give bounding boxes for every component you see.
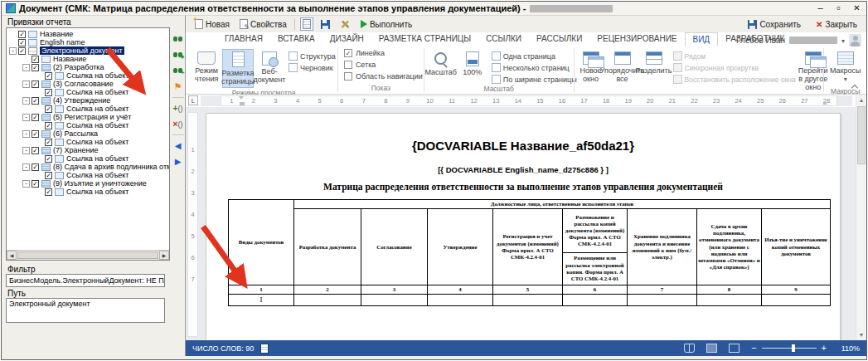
add-binding-icon[interactable] bbox=[172, 103, 184, 114]
tab-stop-selector[interactable]: L bbox=[188, 95, 198, 105]
table-header-cell[interactable]: Согласование bbox=[361, 209, 428, 285]
tree-checkbox[interactable] bbox=[32, 147, 39, 154]
split-button[interactable]: Разделить bbox=[638, 49, 670, 77]
empty-data-cell[interactable] bbox=[762, 295, 831, 306]
zoom-in-button[interactable]: + bbox=[822, 344, 827, 353]
empty-data-cell[interactable] bbox=[697, 295, 762, 306]
tree-checkbox[interactable] bbox=[32, 163, 39, 171]
right-indent-marker[interactable] bbox=[822, 97, 828, 105]
maximize-button[interactable] bbox=[833, 3, 844, 14]
zoom-slider[interactable] bbox=[762, 348, 817, 349]
ribbon-tab[interactable]: РЕЦЕНЗИРОВАНИЕ bbox=[589, 32, 684, 46]
tree-checkbox[interactable] bbox=[45, 72, 52, 80]
arrange-all-button[interactable]: Упорядочить все bbox=[607, 49, 638, 85]
tree-item[interactable]: (6) Рассылка bbox=[7, 129, 169, 138]
tree-expander-icon[interactable] bbox=[22, 114, 30, 121]
tree-item[interactable]: Ссылка на объект bbox=[7, 154, 169, 163]
table-header-cell[interactable]: Сдача в архив подлинника, отмененного до… bbox=[697, 209, 762, 285]
find-next-icon[interactable]: ➜ bbox=[172, 50, 184, 61]
table-header-cell[interactable]: Утверждение bbox=[428, 209, 493, 285]
tree-checkbox[interactable] bbox=[32, 80, 39, 88]
read-mode-view-icon[interactable] bbox=[684, 344, 695, 353]
tree-checkbox[interactable] bbox=[45, 155, 52, 163]
bindings-tree[interactable]: Название English name Электронный до bbox=[6, 27, 170, 261]
column-number-cell[interactable]: 2 bbox=[294, 285, 361, 295]
save-button[interactable]: Сохранить bbox=[745, 19, 803, 30]
remove-binding-icon[interactable] bbox=[172, 119, 184, 129]
table-header-cell[interactable]: Хранение подлинника документа и внесение… bbox=[628, 209, 697, 285]
vertical-ruler[interactable]: 1234567 bbox=[187, 112, 198, 337]
tree-item[interactable]: Ссылка на объект bbox=[7, 71, 169, 80]
go-to-flag-icon[interactable] bbox=[172, 81, 184, 92]
one-page-button[interactable]: Одна страница bbox=[492, 51, 577, 61]
column-number-cell[interactable]: 3 bbox=[361, 285, 428, 295]
tree-item[interactable]: English name bbox=[7, 38, 169, 46]
minimize-button[interactable] bbox=[815, 3, 826, 14]
save-template-button[interactable] bbox=[318, 19, 332, 30]
column-number-cell[interactable]: 7 bbox=[628, 285, 697, 295]
zoom-100-button[interactable]: 100% bbox=[457, 49, 488, 79]
chevron-down-icon[interactable] bbox=[841, 36, 845, 45]
ribbon-tab[interactable]: РАССЫЛКИ bbox=[529, 32, 589, 46]
ribbon-tab[interactable]: ВИД bbox=[685, 32, 719, 46]
tree-checkbox[interactable] bbox=[32, 114, 39, 121]
ribbon-tab[interactable]: ДИЗАЙН bbox=[322, 32, 371, 46]
close-window-button[interactable] bbox=[851, 3, 862, 14]
table-header-cell[interactable]: Разработка документа bbox=[294, 209, 361, 285]
tree-item[interactable]: (4) Утверждение bbox=[7, 96, 169, 105]
ribbon-tab[interactable]: ССЫЛКИ bbox=[478, 32, 529, 46]
tree-item[interactable]: Ссылка на объект bbox=[7, 171, 169, 179]
tree-checkbox[interactable] bbox=[45, 188, 52, 196]
page-width-button[interactable]: По ширине страницы bbox=[492, 75, 577, 84]
scroll-right-icon[interactable] bbox=[159, 251, 169, 260]
scrollbar-thumb[interactable] bbox=[17, 251, 158, 259]
tree-checkbox[interactable] bbox=[18, 47, 26, 55]
tree-checkbox[interactable] bbox=[32, 130, 39, 138]
tree-checkbox[interactable] bbox=[45, 172, 52, 179]
tree-item[interactable]: Название bbox=[7, 55, 169, 63]
find-icon[interactable] bbox=[172, 34, 184, 45]
read-mode-button[interactable]: Режим чтения bbox=[191, 49, 222, 85]
tree-checkbox[interactable] bbox=[45, 105, 52, 113]
empty-data-cell[interactable] bbox=[628, 295, 697, 306]
close-button[interactable]: Закрыть bbox=[813, 19, 860, 30]
proofing-icon[interactable] bbox=[260, 344, 269, 354]
ribbon-tab[interactable]: РАЗМЕТКА СТРАНИЦЫ bbox=[371, 32, 478, 46]
column-number-cell[interactable]: 1 bbox=[229, 285, 294, 295]
tools-button[interactable] bbox=[337, 18, 353, 31]
empty-data-cell[interactable] bbox=[361, 295, 428, 306]
column-number-cell[interactable]: 4 bbox=[428, 285, 493, 295]
macros-button[interactable]: Макросы bbox=[827, 49, 865, 86]
tree-expander-icon[interactable] bbox=[22, 147, 30, 154]
document-canvas[interactable]: 1234567 {DOCVARIABLE Название_af50da21} … bbox=[186, 107, 866, 340]
back-icon[interactable] bbox=[172, 140, 184, 151]
ribbon-tab[interactable]: ГЛАВНАЯ bbox=[217, 32, 270, 46]
tree-checkbox[interactable] bbox=[32, 56, 39, 63]
navigation-pane-checkbox[interactable]: Область навигации bbox=[344, 72, 423, 80]
tree-checkbox[interactable] bbox=[32, 180, 39, 188]
table-span-header[interactable]: Должностные лица, ответственные исполнит… bbox=[294, 200, 831, 209]
tree-item[interactable]: (9) Изъятие и уничтожение bbox=[7, 179, 169, 188]
empty-data-cell[interactable] bbox=[493, 295, 563, 306]
word-count[interactable]: ЧИСЛО СЛОВ: 90 bbox=[192, 344, 254, 353]
tree-item[interactable]: Ссылка на объект bbox=[7, 188, 169, 196]
tree-checkbox[interactable] bbox=[45, 139, 52, 146]
tree-horizontal-scrollbar[interactable] bbox=[7, 250, 169, 260]
document-page[interactable]: {DOCVARIABLE Название_af50da21} [{ DOCVA… bbox=[206, 113, 841, 340]
tree-item[interactable]: (8) Сдача в архив подлинника отменённого… bbox=[7, 163, 169, 171]
tree-item[interactable]: Электронный документ bbox=[7, 46, 169, 55]
tree-item[interactable]: Ссылка на объект bbox=[7, 138, 169, 146]
tree-checkbox[interactable] bbox=[18, 31, 26, 38]
table-header-cell-split[interactable]: Размножение и рассылка копий документа (… bbox=[563, 209, 628, 285]
tree-item[interactable]: Название bbox=[7, 30, 169, 38]
print-layout-view-icon[interactable] bbox=[706, 344, 717, 353]
gridlines-checkbox[interactable]: Сетка bbox=[344, 61, 376, 69]
tree-item[interactable]: Ссылка на объект bbox=[7, 88, 169, 96]
filter-input[interactable]: БизнесМодель.ЭлектронныйДокумент: НЕ ПАП… bbox=[6, 274, 165, 287]
tree-item[interactable]: Ссылка на объект bbox=[7, 105, 169, 113]
tree-expander-icon[interactable] bbox=[22, 80, 30, 88]
avatar[interactable] bbox=[849, 34, 861, 46]
tree-item[interactable]: (5) Регистрация и учёт bbox=[7, 113, 169, 121]
web-layout-button[interactable]: Веб-документ bbox=[254, 49, 285, 86]
scrollbar-thumb[interactable] bbox=[857, 106, 866, 164]
